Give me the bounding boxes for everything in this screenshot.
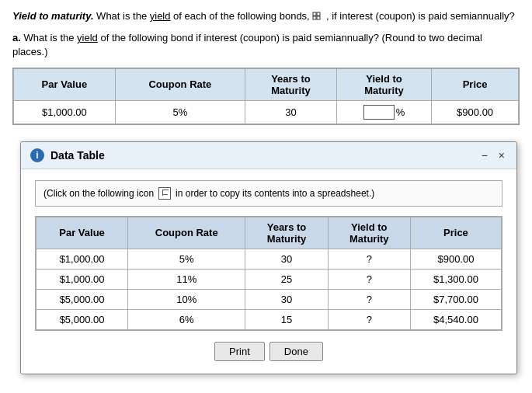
done-button[interactable]: Done bbox=[269, 342, 323, 361]
row-years: 25 bbox=[245, 269, 328, 289]
svg-rect-2 bbox=[313, 16, 316, 19]
question-bold: Yield to maturity. bbox=[12, 10, 94, 22]
row-coupon-rate: 6% bbox=[128, 309, 245, 329]
main-header-price: Price bbox=[432, 68, 519, 100]
main-price: $900.00 bbox=[432, 100, 519, 123]
main-years-maturity: 30 bbox=[245, 100, 337, 123]
data-table-body: $1,000.00 5% 30 ? $900.00 $1,000.00 11% … bbox=[37, 249, 502, 329]
row-price: $4,540.00 bbox=[410, 309, 501, 329]
row-price: $1,300.00 bbox=[410, 269, 501, 289]
question-mid: of each of the following bonds, bbox=[171, 10, 313, 22]
row-par-value: $1,000.00 bbox=[37, 269, 128, 289]
yield-link-2[interactable]: yield bbox=[77, 32, 98, 43]
data-table-row: $5,000.00 10% 30 ? $7,700.00 bbox=[37, 289, 502, 309]
question-intro: What is the bbox=[94, 10, 150, 22]
copy-instruction: (Click on the following icon in order to… bbox=[35, 180, 502, 207]
row-yield: ? bbox=[328, 309, 410, 329]
row-years: 30 bbox=[245, 249, 328, 269]
modal-title: Data Table bbox=[50, 149, 105, 162]
main-header-years-maturity: Years toMaturity bbox=[245, 68, 337, 100]
percent-suffix: % bbox=[396, 106, 405, 118]
row-yield: ? bbox=[328, 249, 410, 269]
row-years: 15 bbox=[245, 309, 328, 329]
question-end: , if interest (coupon) is paid semiannua… bbox=[326, 10, 515, 22]
main-table-row: $1,000.00 5% 30 % $900.00 bbox=[14, 100, 519, 123]
row-par-value: $1,000.00 bbox=[37, 249, 128, 269]
print-button[interactable]: Print bbox=[214, 342, 265, 361]
data-header-par-value: Par Value bbox=[37, 217, 128, 249]
yield-link-1[interactable]: yield bbox=[150, 10, 171, 22]
row-coupon-rate: 5% bbox=[128, 249, 245, 269]
data-table-row: $5,000.00 6% 15 ? $4,540.00 bbox=[37, 309, 502, 329]
modal-minimize-button[interactable]: − bbox=[479, 149, 490, 162]
modal-footer: Print Done bbox=[35, 342, 502, 361]
main-yield-maturity-cell: % bbox=[336, 100, 432, 123]
yield-input-wrapper: % bbox=[363, 105, 405, 120]
modal-body: (Click on the following icon in order to… bbox=[21, 169, 516, 374]
modal-header-left: i Data Table bbox=[30, 148, 105, 162]
main-header-coupon-rate: Coupon Rate bbox=[115, 68, 245, 100]
row-coupon-rate: 10% bbox=[128, 289, 245, 309]
row-par-value: $5,000.00 bbox=[37, 289, 128, 309]
row-years: 30 bbox=[245, 289, 328, 309]
instruction-text: (Click on the following icon bbox=[43, 188, 154, 199]
data-table: Par Value Coupon Rate Years toMaturity Y… bbox=[36, 217, 502, 330]
row-price: $900.00 bbox=[410, 249, 501, 269]
yield-input[interactable] bbox=[363, 105, 395, 120]
data-table-modal: i Data Table − × (Click on the following… bbox=[20, 141, 517, 374]
main-table-header-row: Par Value Coupon Rate Years toMaturity Y… bbox=[14, 68, 519, 100]
data-header-yield-maturity: Yield toMaturity bbox=[328, 217, 410, 249]
instruction-text2: in order to copy its contents into a spr… bbox=[176, 188, 374, 199]
modal-controls: − × bbox=[479, 149, 507, 162]
data-table-header-row: Par Value Coupon Rate Years toMaturity Y… bbox=[37, 217, 502, 249]
sub-label: a. bbox=[12, 32, 21, 43]
main-coupon-rate: 5% bbox=[115, 100, 245, 123]
spreadsheet-icon[interactable] bbox=[158, 187, 171, 200]
row-price: $7,700.00 bbox=[410, 289, 501, 309]
main-table: Par Value Coupon Rate Years toMaturity Y… bbox=[13, 68, 519, 124]
sub-question: a. What is the yield of the following bo… bbox=[12, 31, 520, 59]
svg-rect-1 bbox=[317, 12, 320, 16]
data-table-row: $1,000.00 5% 30 ? $900.00 bbox=[37, 249, 502, 269]
modal-close-button[interactable]: × bbox=[496, 149, 507, 162]
data-table-container: Par Value Coupon Rate Years toMaturity Y… bbox=[35, 216, 502, 331]
row-par-value: $5,000.00 bbox=[37, 309, 128, 329]
modal-header: i Data Table − × bbox=[21, 142, 516, 169]
svg-rect-3 bbox=[317, 16, 320, 19]
data-header-price: Price bbox=[410, 217, 501, 249]
row-yield: ? bbox=[328, 269, 410, 289]
data-header-years-maturity: Years toMaturity bbox=[245, 217, 328, 249]
info-icon: i bbox=[30, 148, 44, 162]
data-header-coupon-rate: Coupon Rate bbox=[128, 217, 245, 249]
main-table-container: Par Value Coupon Rate Years toMaturity Y… bbox=[12, 68, 520, 125]
grid-icon bbox=[312, 10, 326, 22]
main-header-yield-maturity: Yield toMaturity bbox=[336, 68, 432, 100]
svg-rect-0 bbox=[313, 12, 316, 16]
data-table-row: $1,000.00 11% 25 ? $1,300.00 bbox=[37, 269, 502, 289]
sub-text: What is the bbox=[21, 32, 77, 43]
row-coupon-rate: 11% bbox=[128, 269, 245, 289]
row-yield: ? bbox=[328, 289, 410, 309]
main-question: Yield to maturity. What is the yield of … bbox=[12, 9, 520, 23]
main-header-par-value: Par Value bbox=[14, 68, 116, 100]
main-par-value: $1,000.00 bbox=[14, 100, 116, 123]
